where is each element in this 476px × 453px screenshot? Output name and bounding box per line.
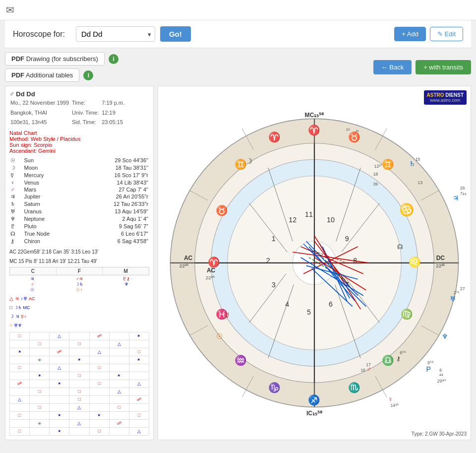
univ-time-value: 12:19	[102, 109, 126, 118]
transit-button[interactable]: + with transits	[416, 60, 471, 74]
grid-cell	[89, 340, 109, 348]
grid-cell	[109, 380, 129, 388]
table-row: ⚷ Chiron 6 Sag 43'58"	[9, 238, 149, 245]
add-button[interactable]: + Add	[394, 27, 426, 41]
header-right: + Add ✎ Edit	[394, 27, 463, 41]
svg-text:16: 16	[360, 368, 365, 373]
venus-symbol: ♀	[9, 179, 23, 186]
go-button[interactable]: Go!	[160, 26, 191, 42]
table-row: ♄ Saturn 12 Tau 26'33"r	[9, 200, 149, 208]
grid-cell: ☍	[109, 419, 129, 427]
grid-row: △ □ ☍	[10, 395, 149, 403]
horoscope-label: Horoscope for:	[13, 30, 65, 39]
svg-text:♑: ♑	[268, 382, 281, 393]
fixed-item: ☉♀	[76, 287, 83, 292]
fire-ac: AC	[29, 296, 35, 301]
grid-cell	[30, 348, 50, 356]
grid-cell: △	[129, 380, 149, 388]
svg-text:10: 10	[327, 216, 335, 224]
email-icon[interactable]: ✉	[6, 4, 14, 16]
sid-time-value: 23:05:15	[102, 118, 126, 127]
grid-row: □ □ △	[10, 388, 149, 395]
svg-text:39: 39	[373, 182, 378, 187]
edit-button[interactable]: ✎ Edit	[430, 27, 463, 41]
water-row: ☽ ♃ ☿♀	[9, 312, 149, 321]
grid-cell	[89, 419, 109, 427]
water-planets2: ☿♀	[21, 314, 27, 319]
cardinal-item: ♂	[31, 282, 34, 287]
svg-text:♏: ♏	[348, 382, 360, 393]
chart-header: ♂ Dd Dd Mo., 22 November 1999 Time: 7:19…	[9, 90, 149, 154]
aspect-grid: □ △ ☍ ✶ □ □ △ ✶	[9, 332, 149, 436]
coords-value: 100e31, 13n45	[10, 118, 71, 127]
pdf-nav-section: PDF Drawing (for subscribers) i PDF Addi…	[5, 52, 471, 82]
grid-cell: □	[89, 364, 109, 372]
svg-text:6⁰⁶: 6⁰⁶	[400, 350, 406, 355]
grid-cell: △	[10, 395, 30, 403]
node-symbol: ☊	[9, 230, 23, 238]
grid-cell: ☍	[10, 380, 30, 388]
earth-icon: □	[9, 305, 12, 310]
svg-text:22²⁶: 22²⁶	[206, 275, 215, 280]
svg-text:MC₁₅⁵⁸: MC₁₅⁵⁸	[305, 112, 324, 119]
pluto-symbol: ♇	[9, 223, 23, 230]
svg-text:12²⁷: 12²⁷	[374, 164, 383, 169]
grid-col-c: C	[10, 267, 57, 275]
cardinal-col: ♃ ♂ ☉	[9, 276, 56, 292]
fire-planets: ♃	[15, 296, 19, 301]
svg-text:²¹: ²¹	[356, 129, 359, 134]
grid-cell	[10, 419, 30, 427]
sun-sign-label: Sun sign: Scorpio	[9, 142, 149, 148]
grid-cell	[30, 411, 50, 419]
svg-text:♈: ♈	[308, 124, 321, 136]
pdf-drawing-info-icon[interactable]: i	[109, 54, 119, 64]
air-planets: ♅♆	[14, 323, 22, 328]
grid-cell	[129, 419, 149, 427]
sun-name: Sun	[23, 157, 77, 164]
person-select-wrapper: Dd Dd	[76, 26, 155, 42]
pdf-tables-button[interactable]: PDF Additional tables	[5, 68, 79, 82]
grid-cell: □	[109, 403, 129, 411]
grid-cell	[69, 364, 89, 372]
svg-text:♎: ♎	[382, 354, 394, 366]
grid-cell	[69, 380, 89, 388]
grid-cell: □	[69, 395, 89, 403]
svg-text:♊: ♊	[235, 158, 247, 170]
grid-cell: ✶	[129, 356, 149, 364]
grid-cell	[30, 427, 50, 435]
pdf-tables-info-icon[interactable]: i	[83, 70, 93, 80]
water-planets: ♃	[15, 314, 19, 319]
svg-text:♐: ♐	[308, 394, 321, 406]
svg-text:⚷: ⚷	[396, 355, 401, 362]
svg-text:AC: AC	[207, 267, 216, 274]
pdf-drawing-button[interactable]: PDF Drawing (for subscribers)	[5, 52, 105, 65]
mercury-symbol: ☿	[9, 172, 23, 179]
fire-icon: △	[9, 296, 13, 301]
grid-cell	[30, 332, 50, 340]
earth-mc: MC	[23, 305, 30, 310]
grid-row: □ △ □	[10, 403, 149, 411]
svg-text:DC: DC	[436, 255, 445, 261]
svg-text:♃: ♃	[453, 194, 459, 202]
chiron-symbol: ⚷	[9, 238, 23, 245]
svg-text:P: P	[426, 365, 431, 373]
person-select[interactable]: Dd Dd	[76, 26, 155, 42]
back-button[interactable]: ← Back	[373, 60, 412, 74]
svg-text:♆: ♆	[442, 332, 448, 340]
svg-text:22²⁶: 22²⁶	[436, 263, 445, 268]
svg-text:♒: ♒	[235, 354, 247, 366]
svg-text:12: 12	[289, 216, 297, 224]
grid-cell	[129, 388, 149, 395]
pdf-buttons: PDF Drawing (for subscribers) i PDF Addi…	[5, 52, 119, 82]
table-row: ☉ Sun 29 Sco 44'36"	[9, 157, 149, 164]
grid-cell	[109, 356, 129, 364]
grid-cell	[10, 340, 30, 348]
svg-text:☿: ☿	[225, 311, 230, 319]
right-nav: ← Back + with transits	[373, 60, 471, 74]
svg-text:5: 5	[307, 308, 311, 316]
grid-row: ⚹ ✶ ✶	[10, 356, 149, 364]
grid-cell	[50, 356, 69, 364]
mutable-col: ♇⚷ ♆	[103, 276, 149, 292]
grid-cell: △	[109, 340, 129, 348]
table-row: ♇ Pluto 9 Sag 56' 7"	[9, 223, 149, 230]
